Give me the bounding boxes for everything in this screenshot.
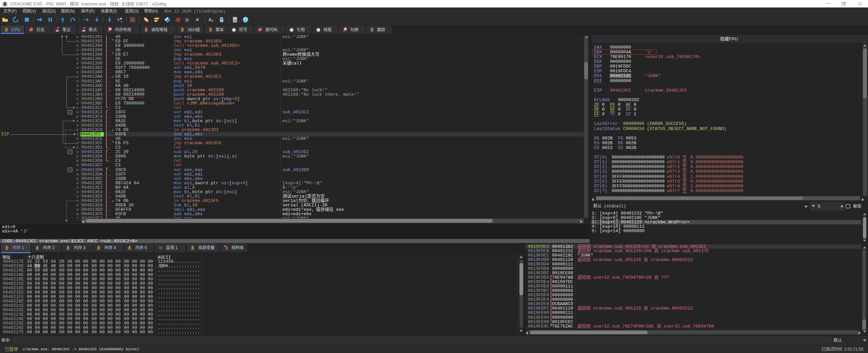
svg-text:fx: fx bbox=[185, 17, 189, 22]
svg-text:A: A bbox=[209, 17, 212, 22]
svg-text:z: z bbox=[212, 19, 214, 22]
svg-text:S: S bbox=[131, 17, 134, 22]
svg-text:#: # bbox=[196, 17, 199, 22]
